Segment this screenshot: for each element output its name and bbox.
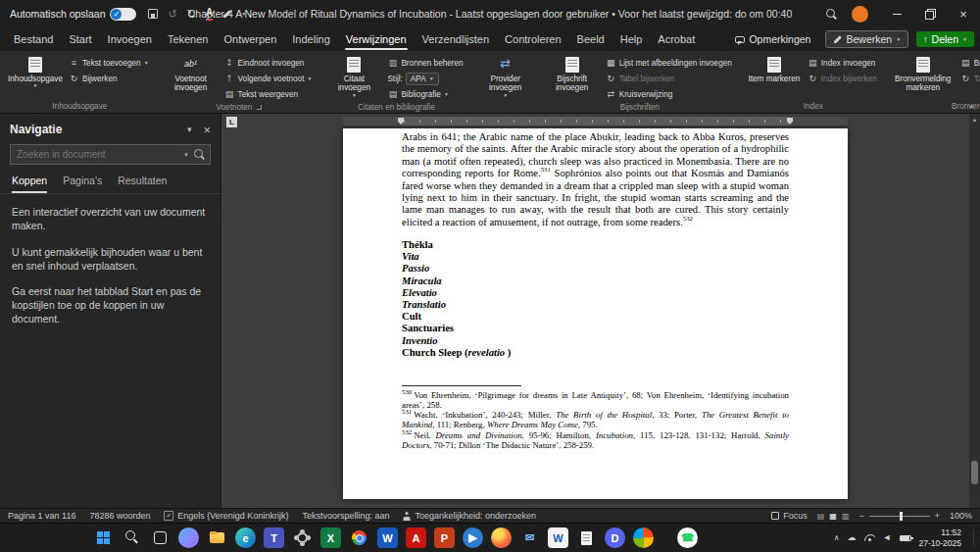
insert-citation-button[interactable]: Citaat invoegen ▼ <box>326 55 381 99</box>
battery-icon[interactable] <box>900 535 911 541</box>
insert-footnote-button[interactable]: ab¹ Voetnoot invoegen <box>164 55 219 94</box>
taskbar-powerpoint[interactable]: P <box>434 527 455 548</box>
taskbar-media-player[interactable]: ▶ <box>463 527 483 548</box>
menu-tab-invoegen[interactable]: Invoegen <box>100 27 160 51</box>
taskbar-word[interactable]: W <box>377 527 398 548</box>
show-desktop-button[interactable] <box>973 529 976 546</box>
update-figures-table-button[interactable]: ↻ Tabel bijwerken <box>603 72 735 86</box>
menu-tab-acrobat[interactable]: Acrobat <box>650 27 703 51</box>
nav-tab-koppen[interactable]: Koppen <box>12 175 47 193</box>
menu-tab-verzendlijsten[interactable]: Verzendlijsten <box>415 27 498 51</box>
insert-caption-button[interactable]: Bijschrift invoegen <box>545 55 600 94</box>
zoom-out-button[interactable]: − <box>858 511 863 521</box>
focus-button[interactable]: Focus <box>771 511 808 521</box>
taskbar-discord[interactable]: D <box>605 527 625 548</box>
toc-button[interactable]: Inhoudsopgave ▼ <box>8 55 63 89</box>
menu-tab-ontwerpen[interactable]: Ontwerpen <box>216 27 284 51</box>
search-icon[interactable] <box>825 8 838 21</box>
mark-entry-button[interactable]: Item markeren <box>747 55 802 84</box>
print-layout-button[interactable]: ▦ <box>829 512 837 521</box>
taskbar-settings[interactable] <box>292 527 313 548</box>
taskbar-photos[interactable] <box>633 527 654 548</box>
footnote-ref-532[interactable]: 532 <box>683 215 693 222</box>
manage-sources-button[interactable]: ▥ Bronnen beheren <box>384 56 466 71</box>
taskbar-mail[interactable]: ✉ <box>519 527 540 548</box>
taskbar-clock[interactable]: 11:52 27-10-2025 <box>919 527 961 548</box>
wifi-icon[interactable] <box>864 534 875 541</box>
menu-tab-start[interactable]: Start <box>61 27 99 51</box>
provider-button[interactable]: ⇄ Provider invoegen ▼ <box>478 55 533 99</box>
autosave-toggle[interactable] <box>110 8 136 21</box>
insert-index-button[interactable]: ▤ Index invoegen <box>805 56 880 71</box>
taskbar-search[interactable] <box>122 527 142 548</box>
zoom-slider-thumb[interactable] <box>900 512 903 521</box>
autosave-control[interactable]: Automatisch opslaan <box>10 8 136 21</box>
menu-tab-bestand[interactable]: Bestand <box>6 27 61 51</box>
update-index-button[interactable]: ↻ Index bijwerken <box>805 72 880 86</box>
close-button[interactable]: × <box>947 0 980 27</box>
mark-citation-button[interactable]: Bronvermelding markeren <box>892 55 955 94</box>
menu-tab-tekenen[interactable]: Tekenen <box>160 27 217 51</box>
account-avatar[interactable] <box>852 6 868 23</box>
vertical-scrollbar[interactable]: ▲ <box>969 114 980 508</box>
web-layout-button[interactable]: ▥ <box>842 512 850 521</box>
footnote-ref-531[interactable]: 531 <box>541 167 551 174</box>
taskbar-acrobat[interactable]: A <box>406 527 426 548</box>
zoom-level[interactable]: 100% <box>950 511 972 521</box>
taskbar-notepad[interactable] <box>576 527 597 548</box>
insert-endnote-button[interactable]: ‡ Eindnoot invoegen <box>221 56 316 71</box>
show-notes-button[interactable]: ▤ Tekst weergeven <box>221 87 316 102</box>
bibliography-button[interactable]: ▤ Bibliografie▼ <box>384 87 466 102</box>
insert-table-of-authorities-button[interactable]: ▤ Bronvermelding invoegen <box>957 56 980 71</box>
menu-tab-beeld[interactable]: Beeld <box>569 27 612 51</box>
minimize-button[interactable] <box>880 0 913 27</box>
taskbar-edge[interactable]: e <box>235 527 256 548</box>
volume-icon[interactable]: ◄ <box>883 533 892 542</box>
undo-icon[interactable]: ↺ <box>168 9 176 20</box>
menu-tab-help[interactable]: Help <box>612 27 651 51</box>
taskbar-copilot[interactable] <box>178 527 199 548</box>
next-footnote-button[interactable]: † Volgende voetnoot▼ <box>221 72 316 86</box>
taskbar-word-document[interactable]: W <box>548 527 568 548</box>
table-of-figures-button[interactable]: ▦ Lijst met afbeeldingen invoegen <box>603 56 735 71</box>
tray-expand-icon[interactable]: ∧ <box>834 533 840 542</box>
save-icon[interactable] <box>148 9 158 19</box>
collapse-ribbon-icon[interactable]: ▴ <box>969 102 973 110</box>
onedrive-icon[interactable]: ☁ <box>848 533 857 542</box>
word-count[interactable]: 78286 woorden <box>89 511 150 521</box>
taskbar-teams[interactable]: T <box>264 527 284 548</box>
add-text-button[interactable]: ≡ Tekst toevoegen▼ <box>66 56 152 71</box>
scrollbar-thumb[interactable] <box>971 461 978 484</box>
taskbar-file-explorer[interactable] <box>207 527 227 548</box>
menu-tab-verwijzingen[interactable]: Verwijzingen <box>338 27 415 51</box>
taskbar-excel[interactable]: X <box>320 527 341 548</box>
taskbar-whatsapp[interactable]: ☎ <box>677 527 698 548</box>
text-prediction-indicator[interactable]: Tekstvoorspelling: aan <box>302 511 389 521</box>
scroll-up-icon[interactable]: ▲ <box>969 114 980 125</box>
taskbar-chrome[interactable] <box>349 527 369 548</box>
read-mode-button[interactable]: ▤ <box>817 512 825 521</box>
nav-tab-pagina-s[interactable]: Pagina's <box>63 175 102 193</box>
accessibility-indicator[interactable]: Toegankelijkheid: onderzoeken <box>403 511 536 521</box>
comments-button[interactable]: Opmerkingen <box>728 31 817 47</box>
nav-search-icon[interactable] <box>193 148 206 161</box>
restore-button[interactable] <box>913 0 947 27</box>
horizontal-ruler[interactable] <box>343 117 848 125</box>
update-authorities-button[interactable]: ↻ Tabel bijwerken <box>957 72 980 86</box>
zoom-in-button[interactable]: + <box>935 511 940 521</box>
taskbar-firefox[interactable] <box>491 527 512 548</box>
update-toc-button[interactable]: ↻ Bijwerken <box>66 72 152 86</box>
navigation-chevron-icon[interactable]: ▾ <box>187 125 192 134</box>
zoom-slider[interactable] <box>869 516 930 517</box>
page-indicator[interactable]: Pagina 1 van 116 <box>8 511 75 521</box>
taskbar-task-view[interactable] <box>150 527 171 548</box>
tab-stop-selector[interactable]: L <box>226 117 237 127</box>
citation-style-select[interactable]: APA▼ <box>406 73 439 85</box>
navigation-search-input[interactable] <box>11 149 179 160</box>
taskbar-start[interactable] <box>93 527 114 548</box>
search-options-icon[interactable]: ▼ <box>179 152 193 158</box>
language-indicator[interactable]: ✓ Engels (Verenigd Koninkrijk) <box>164 511 288 521</box>
menu-tab-controleren[interactable]: Controleren <box>497 27 568 51</box>
editing-mode-button[interactable]: Bewerken ▼ <box>825 30 908 48</box>
footnotes-dialog-launcher-icon[interactable] <box>257 105 262 110</box>
